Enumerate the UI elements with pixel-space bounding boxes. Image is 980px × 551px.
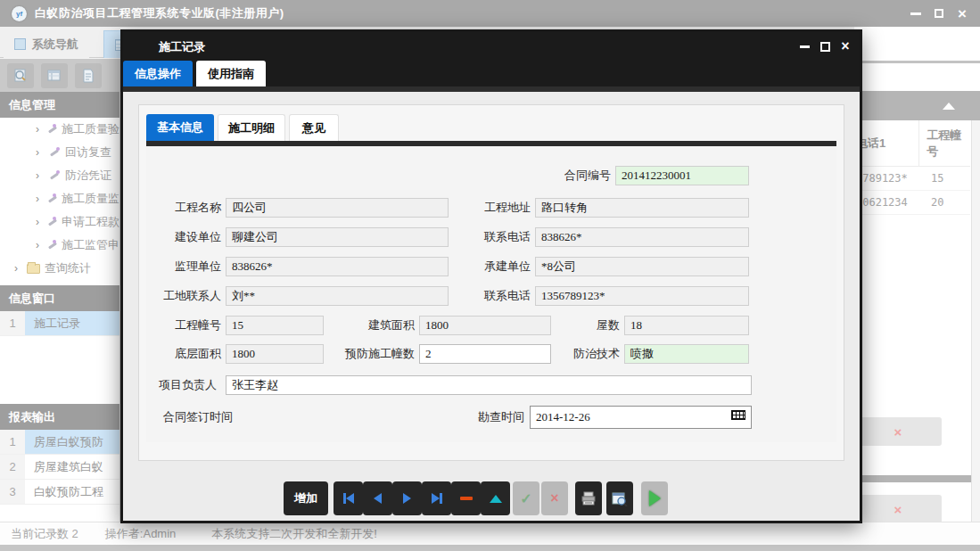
phone2-field[interactable]: 1356789123*: [535, 286, 749, 306]
survey-time-field[interactable]: 2014-12-26: [530, 406, 752, 429]
operator-label: 操作者:Admin: [105, 526, 176, 542]
delete-record-button[interactable]: [451, 481, 481, 515]
collapse-up-icon[interactable]: [943, 103, 955, 110]
search-doc-icon: [12, 68, 29, 84]
tree-item-revisit-review[interactable]: ›回访复查: [0, 141, 119, 164]
site-contact-field[interactable]: 刘**: [226, 286, 449, 306]
manager-label: 项目负责人: [159, 375, 221, 395]
delete-button-upper[interactable]: ×: [854, 417, 942, 446]
cell-phone: 6789123*: [854, 172, 924, 185]
report-list: 1 房屋白蚁预防 2 房屋建筑白蚁 3 白蚁预防工程: [0, 430, 119, 505]
tree-item-label: 防治凭证: [65, 168, 111, 184]
app-window: yf 白蚁防治项目工程管理系统专业版(非注册用户) × 系统导航 信息管理: [0, 0, 980, 551]
restore-button[interactable]: [932, 6, 946, 21]
dialog-close-button[interactable]: ×: [838, 39, 852, 53]
edit-record-button[interactable]: [481, 481, 510, 515]
tree-item-label: 施工监管申: [62, 237, 119, 253]
house-count-field[interactable]: 18: [624, 316, 749, 335]
contract-no-field[interactable]: 201412230001: [615, 166, 749, 185]
divider: [854, 61, 980, 63]
dialog-tab-strip: 信息操作 使用指南: [123, 61, 860, 86]
delete-button-lower[interactable]: ×: [854, 495, 942, 523]
tree-item-label: 申请工程款: [62, 214, 119, 230]
tree-item-label: 查询统计: [45, 260, 91, 276]
preview-button[interactable]: [606, 481, 633, 515]
run-button[interactable]: [641, 481, 668, 515]
column-building-no[interactable]: 工程幢号: [919, 127, 970, 160]
chevron-right-icon: ›: [36, 169, 46, 182]
dialog-maximize-button[interactable]: [818, 39, 832, 53]
section-report-output[interactable]: 报表输出: [0, 404, 119, 430]
tree-item-prevention-voucher[interactable]: ›防治凭证: [0, 164, 119, 187]
calendar-icon[interactable]: [731, 410, 745, 424]
previous-record-icon: [374, 493, 382, 504]
row-index: 1: [0, 430, 25, 454]
tab-system-nav[interactable]: 系统导航: [4, 30, 89, 58]
tab-user-guide[interactable]: 使用指南: [196, 61, 266, 86]
sidebar-toolbar: [0, 59, 120, 92]
phone2-label: 联系电话: [452, 286, 531, 306]
window-bottom-edge: [0, 545, 980, 551]
previous-record-button[interactable]: [363, 481, 392, 515]
minimize-button[interactable]: [909, 6, 923, 21]
contractor-field[interactable]: *8公司: [535, 257, 749, 276]
report-item-1[interactable]: 1 房屋白蚁预防: [0, 430, 119, 455]
floor-area-field[interactable]: 1800: [226, 344, 324, 364]
report-item-3[interactable]: 3 白蚁预防工程: [0, 480, 119, 505]
phone1-field[interactable]: 838626*: [535, 227, 749, 247]
tab-info-operation[interactable]: 信息操作: [123, 61, 193, 86]
add-button[interactable]: 增加: [284, 481, 328, 515]
collapse-bar: [854, 91, 980, 120]
manager-field[interactable]: 张王李赵: [226, 375, 752, 395]
next-record-button[interactable]: [392, 481, 422, 515]
section-info-window[interactable]: 信息窗口: [0, 285, 119, 311]
tab-opinion[interactable]: 意见: [289, 114, 339, 141]
vertical-scrollbar[interactable]: [971, 120, 980, 522]
tree-item-apply-payment[interactable]: ›申请工程款: [0, 210, 119, 234]
table-row[interactable]: 6789123* 15: [854, 167, 970, 191]
document-tool-button[interactable]: [75, 63, 102, 88]
print-button[interactable]: [575, 481, 602, 515]
row-label: 房屋建筑白蚁: [25, 455, 119, 479]
record-count: 当前记录数 2: [11, 526, 78, 542]
window-title: 白蚁防治项目工程管理系统专业版(非注册用户): [35, 5, 284, 21]
sign-time-label: 合同签订时间: [163, 407, 270, 427]
project-name-field[interactable]: 四公司: [226, 198, 449, 218]
build-area-label: 建筑面积: [336, 316, 415, 335]
cell-building-no: 15: [924, 172, 943, 185]
table-row[interactable]: 10621234 20: [854, 191, 970, 215]
tab-construction-detail[interactable]: 施工明细: [218, 114, 285, 141]
window-tool-button[interactable]: [41, 63, 68, 88]
builder-field[interactable]: 聊建公司: [226, 227, 449, 247]
row-label: 施工记录: [25, 311, 119, 335]
dialog-minimize-button[interactable]: [797, 39, 811, 53]
tree-item-quality-supervision[interactable]: ›施工质量监: [0, 187, 119, 210]
first-record-icon: [346, 493, 354, 504]
system-nav-icon: [14, 38, 26, 50]
last-record-icon: [432, 493, 440, 504]
chevron-right-icon: ›: [36, 193, 45, 205]
technique-field[interactable]: 喷撒: [624, 344, 749, 364]
report-item-2[interactable]: 2 房屋建筑白蚁: [0, 455, 119, 480]
project-addr-field[interactable]: 路口转角: [535, 198, 749, 218]
window-titlebar: yf 白蚁防治项目工程管理系统专业版(非注册用户) ×: [0, 0, 980, 27]
row-index: 3: [0, 480, 25, 504]
supervisor-field[interactable]: 838626*: [226, 257, 449, 276]
tree-item-query-statistics[interactable]: ›查询统计: [0, 257, 119, 280]
list-item-construction-record[interactable]: 1 施工记录: [0, 311, 119, 336]
close-button[interactable]: ×: [955, 6, 969, 21]
tab-basic-info[interactable]: 基本信息: [146, 114, 214, 141]
section-info-management[interactable]: 信息管理: [0, 92, 119, 118]
last-record-button[interactable]: [422, 481, 451, 515]
project-addr-label: 工程地址: [452, 198, 531, 218]
dialog-titlebar[interactable]: 施工记录 ×: [123, 32, 860, 61]
status-bar: 当前记录数 2 操作者:Admin 本系统支持二次开发和全新开发!: [0, 522, 980, 546]
first-record-button[interactable]: [334, 481, 363, 515]
build-area-field[interactable]: 1800: [419, 316, 551, 335]
tree-item-construction-quality[interactable]: ›施工质量验: [0, 118, 119, 141]
column-phone1[interactable]: 电话1: [854, 120, 919, 166]
tree-item-supervision-apply[interactable]: ›施工监管申: [0, 234, 119, 257]
search-tool-button[interactable]: [7, 63, 34, 88]
prevent-count-field[interactable]: 2: [419, 344, 551, 364]
building-no-field[interactable]: 15: [226, 316, 324, 335]
